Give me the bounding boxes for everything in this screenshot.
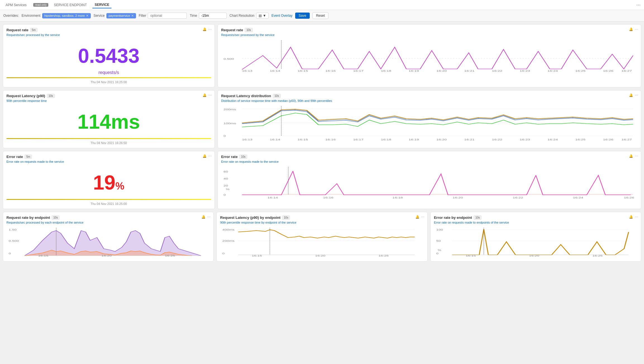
bell-icon[interactable]: 🔔: [629, 93, 633, 97]
card-badge: 10s: [245, 28, 252, 32]
card-actions: 🔔 ⋯: [201, 215, 211, 219]
more-icon[interactable]: ⋯: [421, 215, 424, 219]
card-header: Request rate 10s: [221, 28, 638, 32]
environment-tag[interactable]: hipstershop, sandbox, 2 more ✕: [42, 13, 91, 18]
chart-resolution-label: Chart Resolution: [230, 14, 254, 18]
svg-text:16:17: 16:17: [353, 70, 363, 72]
bell-icon[interactable]: 🔔: [202, 93, 207, 97]
service-value: paymentservice: [109, 14, 130, 17]
svg-text:16:25: 16:25: [575, 138, 585, 141]
latency-by-endpoint-chart: 400ms 200ms 0 16:15 16:20 16:25: [220, 226, 424, 257]
svg-text:16:25: 16:25: [592, 254, 603, 257]
card-badge: 10s: [47, 94, 55, 98]
svg-text:16:17: 16:17: [353, 138, 363, 141]
card-badge: 5m: [25, 155, 32, 159]
nav-apm-services[interactable]: APM Services: [3, 2, 29, 8]
service-label: Service: [94, 14, 105, 18]
chart-res-icon: ▤: [259, 14, 262, 18]
card-actions: 🔔 ⋯: [629, 27, 638, 31]
dashboard: Request rate 5m Requests/sec processed b…: [0, 21, 644, 264]
more-icon[interactable]: ⋯: [207, 215, 211, 219]
error-by-endpoint-card: Error rate by endpoint 10s Error rate on…: [430, 212, 641, 262]
card-title: Request rate by endpoint: [6, 215, 50, 220]
filter-input-group: Filter: [139, 13, 187, 19]
svg-text:16:20: 16:20: [315, 254, 326, 257]
card-badge: 5m: [30, 28, 37, 32]
chart-resolution-select[interactable]: ▤ ▼: [256, 13, 269, 19]
bottom-row: Request rate by endpoint 10s Requests/se…: [3, 212, 641, 262]
card-timestamp: Thu 04 Nov 2021 16:26:50: [6, 141, 211, 145]
svg-text:16:16: 16:16: [325, 70, 335, 72]
service-tag[interactable]: paymentservice ✕: [106, 13, 136, 18]
yellow-line: [6, 138, 211, 139]
save-button[interactable]: Save: [295, 13, 309, 19]
bell-icon[interactable]: 🔔: [629, 215, 633, 219]
card-title: Error rate by endpoint: [434, 215, 472, 220]
card-timestamp: Thu 04 Nov 2021 16:25:00: [6, 80, 211, 84]
svg-text:16:15: 16:15: [297, 138, 308, 141]
svg-text:16:21: 16:21: [464, 138, 474, 141]
card-header: Error rate by endpoint 10s: [434, 215, 638, 220]
card-subtitle: Error rate on requests made to the servi…: [221, 160, 638, 163]
bell-icon[interactable]: 🔔: [415, 215, 419, 219]
event-overlay-button[interactable]: Event Overlay: [271, 14, 292, 18]
filter-input[interactable]: [148, 13, 187, 19]
latency-dist-chart: 200ms 100ms 0 16:13 16:14 16:15 16:16 16…: [221, 105, 638, 141]
more-icon[interactable]: ⋯: [635, 154, 638, 158]
time-input[interactable]: [199, 13, 227, 19]
bell-icon[interactable]: 🔔: [202, 27, 207, 31]
svg-text:16:18: 16:18: [381, 70, 391, 72]
svg-text:16:27: 16:27: [621, 70, 632, 72]
top-navigation: APM Services read-only SERVICE ENDPOINT …: [0, 0, 644, 10]
svg-text:20: 20: [223, 184, 228, 187]
overrides-label: Overrides:: [3, 14, 19, 18]
card-subtitle: 90th percentile response time: [6, 99, 211, 102]
yellow-line: [6, 199, 211, 200]
svg-text:400ms: 400ms: [222, 228, 235, 231]
svg-text:16:27: 16:27: [621, 138, 632, 141]
filter-label: Filter: [139, 14, 146, 18]
more-icon[interactable]: ⋯: [635, 93, 638, 97]
svg-text:40: 40: [223, 177, 228, 180]
card-title: Error rate: [6, 155, 23, 159]
svg-text:50: 50: [436, 240, 441, 242]
more-icon[interactable]: ⋯: [208, 154, 212, 158]
card-subtitle: 90th percentile response time by endpoin…: [220, 221, 424, 224]
svg-text:16:25: 16:25: [379, 254, 389, 257]
environment-filter-group: Environment hipstershop, sandbox, 2 more…: [22, 13, 90, 18]
svg-text:16:24: 16:24: [573, 196, 583, 199]
svg-text:16:23: 16:23: [519, 138, 530, 141]
svg-text:16:15: 16:15: [38, 254, 48, 257]
bell-icon[interactable]: 🔔: [201, 215, 206, 219]
service-close-icon[interactable]: ✕: [131, 14, 134, 18]
svg-text:16:26: 16:26: [603, 138, 613, 141]
bell-icon[interactable]: 🔔: [629, 27, 633, 31]
nav-service-endpoint[interactable]: SERVICE ENDPOINT: [52, 2, 89, 8]
environment-close-icon[interactable]: ✕: [86, 14, 89, 18]
card-title: Request Latency (p90): [6, 94, 45, 98]
more-icon[interactable]: ⋯: [208, 93, 212, 97]
more-icon[interactable]: ⋯: [635, 27, 638, 31]
card-subtitle: Distribution of service response time wi…: [221, 99, 638, 102]
service-filter-group: Service paymentservice ✕: [94, 13, 136, 18]
bell-icon[interactable]: 🔔: [629, 154, 633, 158]
more-icon[interactable]: ⋯: [208, 27, 212, 31]
nav-service[interactable]: SERVICE: [92, 2, 111, 8]
card-subtitle: Error rate on requests made to the servi…: [6, 160, 211, 163]
reset-button[interactable]: Reset: [313, 12, 328, 19]
svg-text:200ms: 200ms: [223, 108, 236, 111]
svg-text:0.500: 0.500: [9, 240, 19, 242]
svg-text:16:26: 16:26: [603, 70, 613, 72]
card-header: Request rate 5m: [6, 28, 211, 32]
card-actions: 🔔 ⋯: [202, 93, 212, 97]
card-badge: 10s: [474, 215, 481, 220]
card-header: Request Latency (p90) by endpoint 10s: [220, 215, 424, 220]
time-label: Time: [190, 14, 197, 18]
svg-text:16:14: 16:14: [270, 70, 280, 72]
bell-icon[interactable]: 🔔: [202, 154, 207, 158]
svg-text:16:25: 16:25: [575, 70, 585, 72]
card-badge: 10s: [52, 215, 59, 220]
nav-more-icon[interactable]: ⋯: [636, 2, 641, 8]
more-icon[interactable]: ⋯: [635, 215, 638, 219]
request-rate-big-card: Request rate 5m Requests/sec processed b…: [3, 24, 215, 87]
